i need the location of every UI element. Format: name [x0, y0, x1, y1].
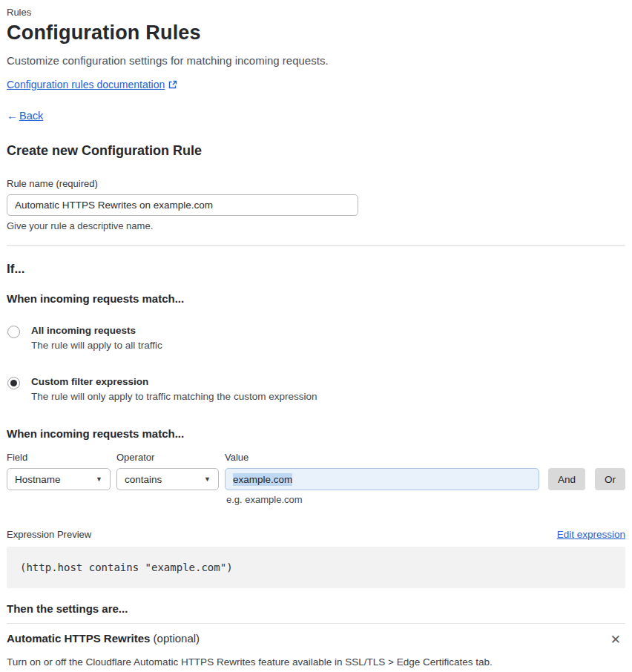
rule-name-help: Give your rule a descriptive name. [7, 220, 625, 231]
operator-select-value: contains [125, 474, 162, 485]
expression-preview-box: (http.host contains "example.com") [7, 547, 625, 588]
setting-divider [7, 623, 625, 624]
page-subtitle: Customize configuration settings for mat… [7, 54, 625, 67]
chevron-down-icon: ▼ [204, 475, 211, 483]
section-divider [7, 245, 625, 246]
radio-option-all-requests[interactable]: All incoming requests The rule will appl… [7, 325, 625, 351]
field-select[interactable]: Hostname ▼ [7, 468, 111, 490]
external-link-icon [168, 80, 177, 89]
radio-option-custom-filter[interactable]: Custom filter expression The rule will o… [7, 376, 625, 402]
setting-optional-label: (optional) [150, 632, 200, 645]
setting-description: Turn on or off the Cloudflare Automatic … [7, 656, 625, 668]
expression-preview-label: Expression Preview [7, 529, 91, 540]
value-input-text: example.com [233, 473, 292, 486]
close-icon[interactable]: ✕ [606, 632, 625, 648]
value-help-text: e.g. example.com [226, 494, 625, 505]
configuration-rules-page: Rules Configuration Rules Customize conf… [0, 0, 632, 672]
page-title: Configuration Rules [7, 22, 625, 45]
and-button[interactable]: And [548, 468, 585, 490]
radio-selected-icon[interactable] [7, 377, 20, 389]
field-column-label: Field [7, 452, 116, 463]
radio-label: All incoming requests [31, 325, 162, 336]
then-heading: Then the settings are... [7, 602, 625, 615]
breadcrumb: Rules [7, 7, 625, 18]
radio-description: The rule will apply to all traffic [31, 340, 162, 351]
back-arrow-icon: ← [7, 109, 18, 122]
rule-name-input[interactable] [7, 194, 358, 216]
rule-name-label: Rule name (required) [7, 178, 625, 189]
or-button[interactable]: Or [595, 468, 625, 490]
setting-name: Automatic HTTPS Rewrites [7, 632, 150, 645]
radio-description: The rule will only apply to traffic matc… [31, 391, 317, 402]
create-rule-title: Create new Configuration Rule [7, 143, 625, 159]
chevron-down-icon: ▼ [96, 475, 102, 483]
expression-code: (http.host contains "example.com") [20, 561, 233, 573]
back-row[interactable]: ← Back [7, 109, 625, 122]
value-input[interactable]: example.com [225, 468, 539, 490]
value-column-label: Value [225, 452, 625, 463]
field-select-value: Hostname [15, 474, 61, 485]
back-link[interactable]: Back [19, 110, 43, 122]
setting-card-automatic-https-rewrites: Automatic HTTPS Rewrites (optional) ✕ Tu… [7, 632, 625, 672]
if-heading: If... [7, 262, 625, 277]
documentation-link[interactable]: Configuration rules documentation [7, 79, 165, 90]
radio-label: Custom filter expression [31, 376, 317, 387]
operator-column-label: Operator [116, 452, 225, 463]
match-heading: When incoming requests match... [7, 292, 625, 305]
expression-builder-heading: When incoming requests match... [7, 427, 625, 440]
edit-expression-link[interactable]: Edit expression [557, 529, 625, 540]
operator-select[interactable]: contains ▼ [116, 468, 219, 490]
radio-unselected-icon[interactable] [7, 326, 20, 338]
